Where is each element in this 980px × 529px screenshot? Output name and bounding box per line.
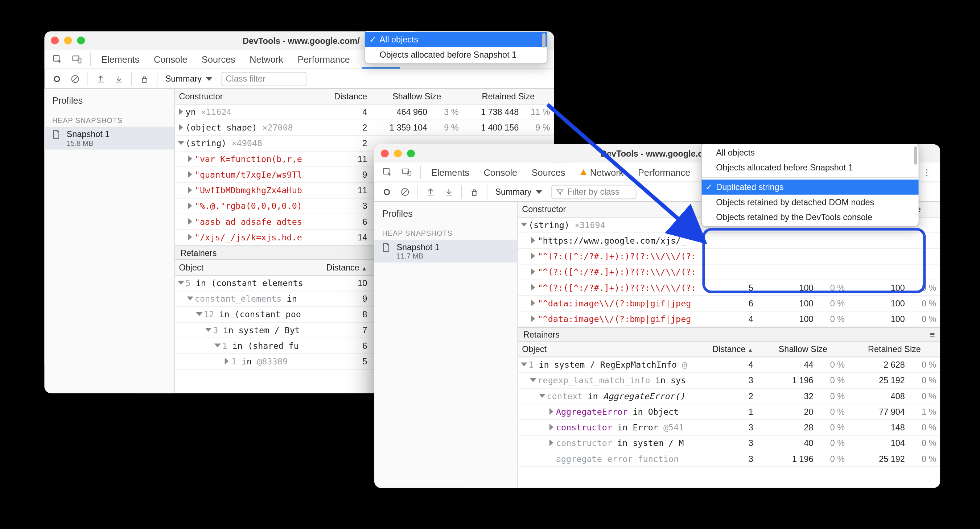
tab-console[interactable]: Console <box>151 50 190 68</box>
table-row[interactable]: context in AggregateError()2320 %4080 % <box>518 389 940 404</box>
table-row[interactable]: constructor in Error @5413280 %1480 % <box>518 420 940 435</box>
col-shallow[interactable]: Shallow Size <box>757 344 849 354</box>
tab-network[interactable]: Network <box>247 50 286 68</box>
svg-point-11 <box>384 189 389 194</box>
download-icon[interactable] <box>110 74 127 84</box>
gc-icon[interactable] <box>136 74 153 84</box>
profiles-sidebar: Profiles HEAP SNAPSHOTS Snapshot 1 11.7 … <box>374 202 518 488</box>
scrollbar-thumb[interactable] <box>914 146 917 164</box>
tab-network[interactable]: Network <box>577 163 626 182</box>
tab-sources[interactable]: Sources <box>199 50 238 68</box>
snapshot-size: 15.8 MB <box>67 139 110 147</box>
devtools-window-new: DevTools - www.google.com/ Elements Cons… <box>374 144 940 488</box>
memory-toolbar: Summary Class filter All objects Objects… <box>44 69 554 89</box>
table-row[interactable]: constructor in system / M3400 %1040 % <box>518 435 940 451</box>
chevron-down-icon <box>535 190 542 194</box>
tab-console[interactable]: Console <box>481 163 520 182</box>
memory-toolbar: Summary Filter by class All objects Obje… <box>374 183 940 202</box>
retainers-columns: Object Distance Shallow Size Retained Si… <box>518 342 940 357</box>
filter-placeholder: Class filter <box>226 74 266 84</box>
class-filter-input[interactable]: Class filter <box>221 71 306 86</box>
view-mode-dropdown[interactable]: Summary <box>492 187 546 197</box>
download-icon[interactable] <box>440 186 457 197</box>
warning-icon <box>580 169 587 175</box>
close-icon[interactable] <box>381 149 389 157</box>
upload-icon[interactable] <box>422 186 439 197</box>
heap-snapshots-section: HEAP SNAPSHOTS <box>44 110 174 127</box>
upload-icon[interactable] <box>92 74 109 84</box>
snapshot-name: Snapshot 1 <box>67 129 110 139</box>
constructors-header: Constructor Distance Shallow Size Retain… <box>175 89 554 105</box>
class-filter-input[interactable]: Filter by class <box>551 184 636 199</box>
table-row[interactable]: yn ×116244464 9603 %1 738 44811 % <box>175 105 554 120</box>
view-mode-dropdown[interactable]: Summary <box>161 74 216 84</box>
table-row[interactable]: AggregateError in Object1200 %77 9041 % <box>518 404 940 420</box>
clear-icon[interactable] <box>67 74 84 84</box>
profiles-header: Profiles <box>44 89 174 110</box>
dropdown-item-all-objects[interactable]: All objects <box>702 145 919 160</box>
snapshot-item[interactable]: Snapshot 1 11.7 MB <box>374 240 517 262</box>
col-distance[interactable]: Distance <box>706 344 757 354</box>
snapshot-item[interactable]: Snapshot 1 15.8 MB <box>44 127 174 149</box>
kebab-menu-icon[interactable]: ⋮ <box>918 163 936 181</box>
clear-icon[interactable] <box>396 186 414 197</box>
snapshot-icon <box>381 242 391 254</box>
table-row[interactable]: (object shape) ×2700821 359 1049 %1 400 … <box>175 120 554 136</box>
retainers-grid: 1 in system / RegExpMatchInfo @4440 %2 6… <box>518 357 940 467</box>
table-row[interactable]: "^data:image\\/(?:bmp|gif|jpeg61000 %100… <box>518 296 940 311</box>
zoom-icon[interactable] <box>407 149 415 157</box>
dropdown-item-detached-dom[interactable]: Objects retained by detached DOM nodes <box>702 195 919 210</box>
filter-placeholder: Filter by class <box>568 187 619 197</box>
col-constructor[interactable]: Constructor <box>518 205 706 214</box>
scrollbar-thumb[interactable] <box>542 33 546 48</box>
close-icon[interactable] <box>51 37 59 44</box>
inspect-icon[interactable] <box>378 163 396 181</box>
snapshot-size: 11.7 MB <box>396 252 439 260</box>
minimize-icon[interactable] <box>394 149 402 157</box>
dropdown-item-before-snapshot[interactable]: Objects allocated before Snapshot 1 <box>702 160 919 175</box>
table-row[interactable]: "^data:image\\/(?:bmp|gif|jpeg41000 %100… <box>518 311 940 327</box>
tab-performance[interactable]: Performance <box>635 163 693 182</box>
col-distance[interactable]: Distance <box>320 91 371 101</box>
col-object[interactable]: Object <box>175 262 320 272</box>
tab-elements[interactable]: Elements <box>429 163 472 182</box>
table-row[interactable]: aggregate_error_function31 1960 %25 1920… <box>518 451 940 467</box>
minimize-icon[interactable] <box>64 37 72 44</box>
dropdown-item-duplicated-strings[interactable]: Duplicated strings <box>702 180 919 194</box>
dropdown-item-all-objects[interactable]: All objects <box>365 32 547 47</box>
record-icon[interactable] <box>48 74 65 84</box>
tab-sources[interactable]: Sources <box>529 163 568 182</box>
menu-icon[interactable]: ≡ <box>930 330 935 339</box>
col-object[interactable]: Object <box>518 344 706 354</box>
table-row[interactable]: 1 in system / RegExpMatchInfo @4440 %2 6… <box>518 357 940 373</box>
device-toggle-icon[interactable] <box>68 50 86 68</box>
svg-point-4 <box>54 76 59 81</box>
svg-rect-6 <box>143 78 146 82</box>
record-icon[interactable] <box>378 186 395 197</box>
table-row[interactable]: "^(?:([^:/?#.]+):)?(?:\\/\\/(?: <box>518 249 940 264</box>
device-toggle-icon[interactable] <box>398 163 416 181</box>
col-shallow[interactable]: Shallow Size <box>371 91 463 101</box>
object-filter-dropdown[interactable]: All objects Objects allocated before Sna… <box>364 31 547 64</box>
gc-icon[interactable] <box>466 186 483 197</box>
table-row[interactable]: "^(?:([^:/?#.]+):)?(?:\\/\\/(?:51000 %10… <box>518 280 940 296</box>
object-filter-dropdown[interactable]: All objects Objects allocated before Sna… <box>701 144 920 227</box>
col-retained[interactable]: Retained Size <box>849 344 940 354</box>
dropdown-item-before-snapshot[interactable]: Objects allocated before Snapshot 1 <box>365 47 547 62</box>
chevron-down-icon <box>206 77 212 81</box>
table-row[interactable]: "https://www.google.com/xjs/_ <box>518 233 940 249</box>
zoom-icon[interactable] <box>77 37 85 44</box>
table-row[interactable]: "^(?:([^:/?#.]+):)?(?:\\/\\/(?: <box>518 265 940 280</box>
retainers-header: Retainers ≡ <box>518 327 940 342</box>
heap-snapshots-section: HEAP SNAPSHOTS <box>374 222 517 240</box>
tab-elements[interactable]: Elements <box>99 50 142 68</box>
col-retained[interactable]: Retained Size <box>463 91 554 101</box>
col-constructor[interactable]: Constructor <box>175 91 320 101</box>
snapshot-name: Snapshot 1 <box>396 242 439 252</box>
inspect-icon[interactable] <box>48 50 66 68</box>
snapshot-icon <box>51 129 62 142</box>
tab-performance[interactable]: Performance <box>295 50 353 68</box>
dropdown-item-devtools-console[interactable]: Objects retained by the DevTools console <box>702 210 919 224</box>
table-row[interactable]: regexp_last_match_info in sys31 1960 %25… <box>518 373 940 389</box>
col-distance[interactable]: Distance <box>320 262 371 272</box>
